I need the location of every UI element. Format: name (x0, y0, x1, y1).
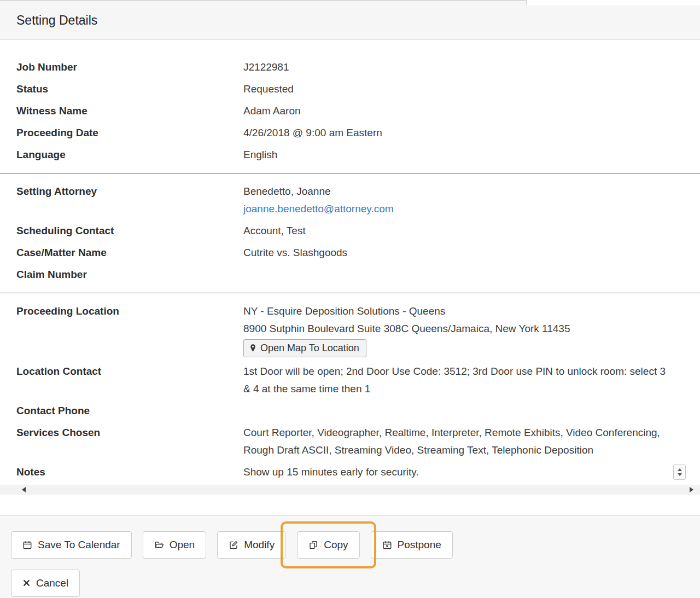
folder-open-icon (154, 540, 164, 550)
field-label: Location Contact (16, 363, 243, 398)
setting-details-content: Job Number J2122981 Status Requested Wit… (0, 40, 700, 495)
x-icon (22, 579, 31, 587)
notes-scroll-spinner[interactable] (673, 465, 686, 480)
parties-section: Setting Attorney Benedetto, Joanne joann… (0, 183, 700, 283)
button-label: Modify (244, 538, 275, 551)
cancel-button-row: Cancel (11, 570, 689, 597)
field-label: Setting Attorney (16, 183, 243, 218)
field-value: J2122981 (243, 59, 667, 76)
button-label: Postpone (398, 538, 441, 551)
button-label: Copy (324, 538, 348, 551)
setting-details-header: Setting Details (0, 0, 700, 40)
field-label: Proceeding Date (16, 124, 243, 142)
button-label: Save To Calendar (38, 538, 120, 551)
field-proceeding-date: Proceeding Date 4/26/2018 @ 9:00 am East… (16, 124, 667, 142)
location-section: Proceeding Location NY - Esquire Deposit… (0, 303, 700, 481)
field-location-contact: Location Contact 1st Door will be open; … (16, 363, 667, 398)
modify-button[interactable]: Modify (217, 531, 286, 559)
field-label: Job Number (16, 59, 243, 76)
general-section: Job Number J2122981 Status Requested Wit… (0, 59, 700, 164)
location-address: 8900 Sutphin Boulevard Suite 308C Queens… (243, 320, 667, 338)
field-case-matter-name: Case/Matter Name Cutrite vs. Slashgoods (16, 244, 667, 262)
field-value: Court Reporter, Videographer, Realtime, … (243, 424, 667, 459)
field-value: Account, Test (243, 222, 667, 240)
scroll-left-icon[interactable] (22, 485, 26, 495)
field-witness-name: Witness Name Adam Aaron (16, 102, 667, 120)
field-status: Status Requested (16, 80, 667, 98)
field-value (243, 266, 667, 283)
field-label: Notes (16, 463, 243, 481)
field-contact-phone: Contact Phone (16, 402, 667, 420)
field-label: Case/Matter Name (16, 244, 243, 262)
field-label: Scheduling Contact (16, 222, 243, 240)
save-to-calendar-button[interactable]: Save To Calendar (11, 531, 132, 559)
cancel-button[interactable]: Cancel (11, 570, 80, 597)
location-name: NY - Esquire Deposition Solutions - Quee… (243, 303, 667, 320)
field-claim-number: Claim Number (16, 266, 667, 283)
field-value (243, 402, 667, 420)
field-label: Language (16, 146, 243, 164)
calendar-x-icon (382, 540, 392, 550)
section-divider (0, 293, 700, 293)
button-label: Cancel (36, 577, 68, 590)
action-footer: Save To Calendar Open Modify Copy (0, 515, 700, 598)
button-label: Open (170, 538, 195, 551)
copy-icon (308, 540, 318, 550)
edit-icon (229, 540, 238, 550)
field-scheduling-contact: Scheduling Contact Account, Test (16, 222, 667, 240)
scroll-right-icon[interactable] (690, 485, 693, 495)
field-language: Language English (16, 146, 667, 164)
field-label: Contact Phone (16, 402, 243, 420)
spinner-down-icon[interactable] (678, 473, 682, 476)
page-title: Setting Details (16, 13, 97, 28)
field-label: Proceeding Location (16, 303, 243, 358)
corner-notch (526, 0, 700, 5)
spinner-up-icon[interactable] (678, 468, 682, 471)
field-notes: Notes Show up 15 minutes early for secur… (16, 463, 667, 481)
field-setting-attorney: Setting Attorney Benedetto, Joanne joann… (16, 183, 667, 218)
open-map-label: Open Map To Location (260, 341, 359, 355)
section-divider (0, 173, 700, 173)
copy-highlight-annotation: Copy (281, 521, 376, 568)
postpone-button[interactable]: Postpone (371, 531, 453, 559)
copy-button[interactable]: Copy (297, 531, 359, 559)
map-pin-icon (249, 344, 256, 353)
action-button-row: Save To Calendar Open Modify Copy (11, 531, 689, 559)
field-value: NY - Esquire Deposition Solutions - Quee… (243, 303, 667, 358)
field-value: Cutrite vs. Slashgoods (243, 244, 667, 262)
attorney-name: Benedetto, Joanne (243, 183, 667, 200)
status-value: Requested (243, 80, 667, 98)
field-label: Services Chosen (16, 424, 243, 459)
field-proceeding-location: Proceeding Location NY - Esquire Deposit… (16, 303, 667, 358)
field-value: 1st Door will be open; 2nd Door Use Code… (243, 363, 667, 398)
field-services-chosen: Services Chosen Court Reporter, Videogra… (16, 424, 667, 459)
field-value: Benedetto, Joanne joanne.benedetto@attor… (243, 183, 667, 218)
field-value: English (243, 146, 667, 164)
calendar-icon (22, 540, 32, 550)
horizontal-scrollbar[interactable] (0, 485, 700, 495)
field-value: 4/26/2018 @ 9:00 am Eastern (243, 124, 667, 142)
field-value: Adam Aaron (243, 102, 667, 120)
open-button[interactable]: Open (143, 531, 206, 559)
field-label: Status (16, 80, 243, 98)
open-map-button[interactable]: Open Map To Location (243, 339, 366, 357)
field-label: Claim Number (16, 266, 243, 283)
attorney-email-link[interactable]: joanne.benedetto@attorney.com (243, 203, 394, 214)
field-value: Show up 15 minutes early for security. (243, 463, 667, 481)
field-job-number: Job Number J2122981 (16, 59, 667, 76)
field-label: Witness Name (16, 102, 243, 120)
